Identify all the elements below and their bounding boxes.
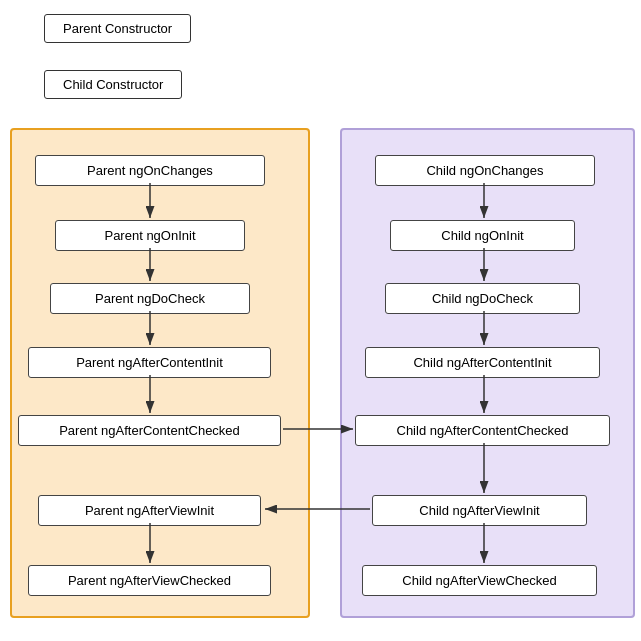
p5-box: Parent ngAfterContentChecked [18, 415, 281, 446]
p4-label: Parent ngAfterContentInit [76, 355, 223, 370]
parent-constructor-label: Parent Constructor [63, 21, 172, 36]
c3-label: Child ngDoCheck [432, 291, 533, 306]
c1-box: Child ngOnChanges [375, 155, 595, 186]
p7-label: Parent ngAfterViewChecked [68, 573, 231, 588]
p3-box: Parent ngDoCheck [50, 283, 250, 314]
p3-label: Parent ngDoCheck [95, 291, 205, 306]
c4-label: Child ngAfterContentInit [413, 355, 551, 370]
p4-box: Parent ngAfterContentInit [28, 347, 271, 378]
c1-label: Child ngOnChanges [426, 163, 543, 178]
p1-box: Parent ngOnChanges [35, 155, 265, 186]
child-constructor-box: Child Constructor [44, 70, 182, 99]
child-constructor-label: Child Constructor [63, 77, 163, 92]
c6-label: Child ngAfterViewInit [419, 503, 539, 518]
parent-constructor-box: Parent Constructor [44, 14, 191, 43]
c3-box: Child ngDoCheck [385, 283, 580, 314]
p2-label: Parent ngOnInit [104, 228, 195, 243]
p7-box: Parent ngAfterViewChecked [28, 565, 271, 596]
c2-label: Child ngOnInit [441, 228, 523, 243]
c2-box: Child ngOnInit [390, 220, 575, 251]
c5-label: Child ngAfterContentChecked [397, 423, 569, 438]
c4-box: Child ngAfterContentInit [365, 347, 600, 378]
c7-label: Child ngAfterViewChecked [402, 573, 556, 588]
c7-box: Child ngAfterViewChecked [362, 565, 597, 596]
p6-box: Parent ngAfterViewInit [38, 495, 261, 526]
c5-box: Child ngAfterContentChecked [355, 415, 610, 446]
c6-box: Child ngAfterViewInit [372, 495, 587, 526]
p6-label: Parent ngAfterViewInit [85, 503, 214, 518]
p5-label: Parent ngAfterContentChecked [59, 423, 240, 438]
p1-label: Parent ngOnChanges [87, 163, 213, 178]
diagram-area: Parent Constructor Child Constructor Par… [0, 0, 641, 641]
p2-box: Parent ngOnInit [55, 220, 245, 251]
